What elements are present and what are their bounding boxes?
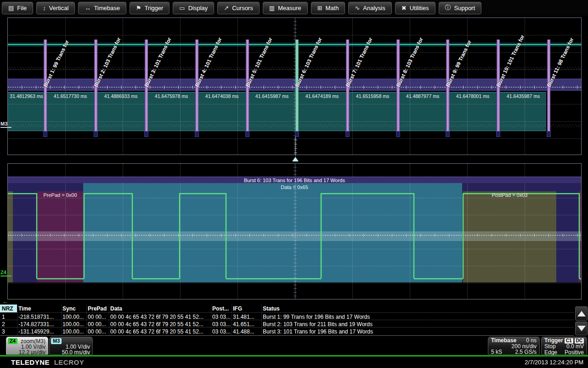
burst-marker-foot-2 (94, 131, 98, 137)
table-header-ifg: IFG (233, 305, 242, 312)
segment-time-label: 41.4886933 ms (96, 93, 146, 99)
table-row-1-cell[interactable]: -218.518731... (18, 314, 54, 320)
segment-time-label: 41.6478001 ms (447, 93, 498, 99)
decode-table: NRZTimeSyncPrePadDataPost...IFGStatus1-2… (0, 305, 574, 336)
prepad-label: PrePad = 0x00 (37, 192, 83, 198)
table-header-sync: Sync (62, 305, 76, 312)
table-row-2-cell[interactable]: 03 03... (212, 321, 231, 328)
datetime-display: 2/7/2013 12:24:20 PM (525, 359, 583, 366)
table-scroll-down-button[interactable] (575, 322, 588, 335)
postpad-label: PostPad = 0x03 (463, 192, 556, 198)
brand-secondary: LECROY (54, 358, 85, 366)
menu-bar: ▤File↕Vertical↔Timebase⚑Trigger▭Display↗… (0, 0, 588, 16)
pan-left-arrow-icon[interactable]: ← (2, 298, 8, 305)
teledyne-lecroy-logo: TELEDYNE LECROY (11, 358, 84, 366)
menu-label-support: Support (454, 5, 475, 12)
menu-label-cursors: Cursors (232, 5, 253, 12)
up-triangle-icon (577, 311, 586, 316)
trigger-position-marker[interactable] (292, 157, 299, 161)
horizontal-arrows-icon: ↔ (85, 5, 90, 12)
table-row-3-cell[interactable]: 3 (2, 328, 5, 335)
waveform-chart-icon: ∿ (355, 5, 360, 12)
menu-button-trigger[interactable]: ⚑Trigger (130, 2, 170, 14)
table-scroll-up-button[interactable] (575, 306, 588, 321)
zoom-trace-edge (132, 193, 133, 278)
menu-button-file[interactable]: ▤File (2, 2, 33, 14)
menu-button-math[interactable]: ⊞Math (311, 2, 345, 14)
menu-button-cursors[interactable]: ↗Cursors (217, 2, 259, 14)
trigger-box[interactable]: Trigger C1DC Stop 0.0 mV Edge Positive (541, 337, 587, 355)
trigger-level: 0.0 mV (566, 344, 584, 350)
z4-title: zoom(M3) (21, 339, 45, 344)
table-row-2-cell[interactable]: -174.827331... (18, 321, 54, 328)
table-header-post: Post... (212, 305, 229, 312)
menu-button-analysis[interactable]: ∿Analysis (348, 2, 391, 14)
m3-trace-descriptor[interactable]: M3 1.00 V/div 50.0 ms/div (49, 337, 93, 355)
segment-time-label: 41.6475978 ms (146, 93, 197, 99)
menu-label-analysis: Analysis (363, 5, 385, 12)
zoom-waveform-grid: Burst 6: 103 Trans for 196 Bits and 17 W… (7, 163, 582, 299)
table-row-1-cell[interactable]: 31.481... (233, 314, 254, 320)
timebase-samples: 5 kS (491, 349, 502, 355)
table-row-3-cell[interactable]: -131.145929... (18, 328, 54, 335)
table-row-2-cell[interactable]: 00 00 4c 65 43 72 6f 79 20 55 41 52... (110, 321, 204, 328)
menu-button-vertical[interactable]: ↕Vertical (36, 2, 75, 14)
table-row-separator (0, 312, 574, 313)
menu-label-measure: Measure (278, 5, 301, 12)
menu-label-timebase: Timebase (94, 5, 120, 12)
menu-label-vertical: Vertical (49, 5, 69, 12)
table-row-3-cell[interactable]: Burst 3: 101 Trans for 196 Bits and 17 W… (263, 328, 373, 335)
down-triangle-icon (577, 326, 586, 331)
table-row-1-cell[interactable]: 00 00 4c 65 43 72 6f 79 20 55 41 52... (110, 314, 204, 320)
table-row-2-cell[interactable]: 2 (2, 321, 5, 328)
zoom-trace-segment (132, 278, 180, 279)
table-row-1-cell[interactable]: 100.00... (62, 314, 84, 320)
timebase-offset: 0 ns (526, 338, 537, 344)
table-row-3-cell[interactable]: 00 00... (88, 328, 106, 335)
overview-waveform-grid: Burst 1: 99 Trans forBurst 2: 103 Trans … (7, 17, 582, 155)
vertical-arrows-icon: ↕ (43, 5, 46, 12)
z4-tdiv: 12.2 µs/div (8, 350, 45, 355)
zoom-trace-segment (321, 193, 414, 194)
table-row-1-cell[interactable]: 1 (2, 314, 5, 320)
table-row-2-cell[interactable]: Burst 2: 103 Trans for 211 Bits and 19 W… (263, 321, 373, 328)
menu-label-utilities: Utilities (410, 5, 429, 12)
table-row-3-cell[interactable]: 41.488... (233, 328, 254, 335)
burst-marker-foot-1 (43, 131, 47, 137)
table-row-2-cell[interactable]: 00 00... (88, 321, 106, 328)
burst-marker-foot-3 (144, 131, 148, 137)
info-icon: ⓘ (445, 4, 451, 12)
zoom-trace-edge (413, 193, 414, 278)
timebase-rate: 2.5 GS/s (515, 349, 537, 355)
flag-icon: ⚑ (136, 5, 141, 12)
zoom-trace-segment (37, 278, 84, 279)
zoom-trace-edge (579, 193, 580, 278)
zoom-trace-segment (180, 193, 226, 194)
segment-time-label: 41.6474038 ms (197, 93, 247, 99)
segment-time-label: 31.4812963 ms (8, 93, 45, 99)
table-row-2-cell[interactable]: 100.00... (62, 321, 84, 328)
file-icon: ▤ (8, 5, 14, 12)
table-row-1-cell[interactable]: Burst 1: 99 Trans for 196 Bits and 17 Wo… (263, 314, 370, 320)
timebase-box[interactable]: Timebase 0 ns 200 ns/div 5 kS 2.5 GS/s (488, 337, 540, 355)
burst-marker-foot-5 (245, 131, 249, 137)
z4-trace-descriptor[interactable]: Z4 zoom(M3) 1.00 V/div 12.2 µs/div (6, 337, 48, 355)
zoom-trace-edge (84, 193, 85, 278)
menu-button-timebase[interactable]: ↔Timebase (78, 2, 126, 14)
table-row-3-cell[interactable]: 100.00... (62, 328, 84, 335)
table-row-1-cell[interactable]: 00 00... (88, 314, 106, 320)
menu-button-measure[interactable]: ▥Measure (263, 2, 308, 14)
menu-button-display[interactable]: ▭Display (173, 2, 214, 14)
table-row-3-cell[interactable]: 00 00 4c 65 43 72 6f 79 20 55 41 52... (110, 328, 204, 335)
menu-label-trigger: Trigger (145, 5, 164, 12)
menu-button-support[interactable]: ⓘSupport (439, 2, 482, 14)
burst-marker-foot-10 (496, 131, 500, 137)
table-row-1-cell[interactable]: 03 03... (212, 314, 231, 320)
zoom-trace-edge (321, 193, 322, 278)
z4-badge: Z4 (8, 338, 17, 344)
menu-button-utilities[interactable]: ✖Utilities (395, 2, 435, 14)
table-row-3-cell[interactable]: 03 03... (212, 328, 231, 335)
table-row-2-cell[interactable]: 41.651... (233, 321, 254, 328)
menu-label-file: File (17, 5, 27, 12)
footer-bar: TELEDYNE LECROY 2/7/2013 12:24:20 PM (0, 356, 588, 368)
